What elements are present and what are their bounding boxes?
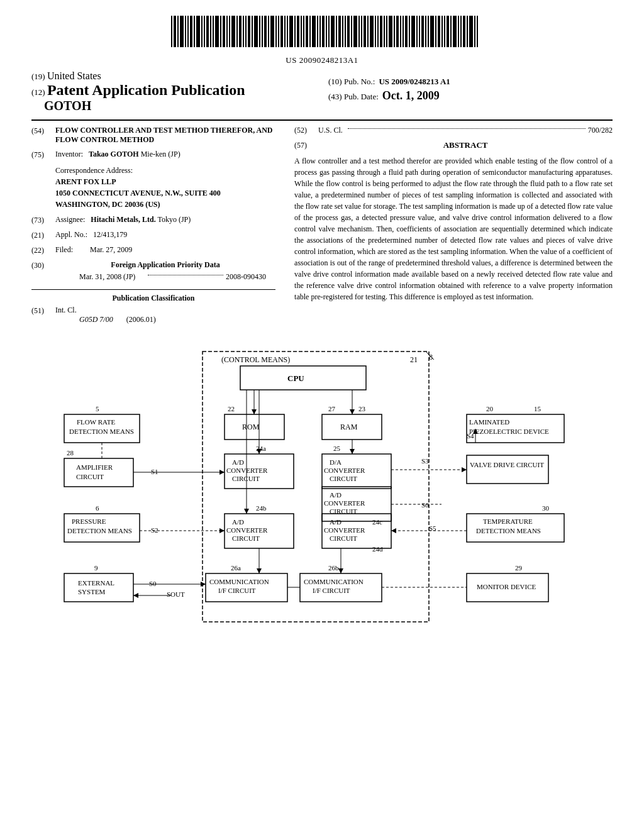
svg-marker-208	[244, 509, 249, 514]
svg-text:CPU: CPU	[287, 374, 304, 383]
svg-text:S2: S2	[151, 526, 158, 534]
svg-text:A/D: A/D	[330, 518, 341, 526]
svg-rect-43	[306, 16, 308, 47]
corr-label: Correspondence Address:	[55, 165, 275, 176]
filed-num: (22)	[31, 245, 55, 255]
int-cl-num: (51)	[31, 306, 55, 316]
svg-text:25: 25	[333, 445, 341, 452]
svg-rect-76	[411, 16, 415, 47]
svg-rect-6	[187, 16, 189, 47]
diagram-container: (CONTROL MEANS) 21 8 CPU ROM 22 RAM 27 2…	[31, 348, 613, 644]
svg-text:30: 30	[542, 504, 550, 512]
pub-num-label: (10) Pub. No.:	[328, 77, 375, 87]
int-cl-block: G05D 7/00 (2006.01)	[79, 315, 275, 324]
int-cl-field: (51) Int. Cl. G05D 7/00 (2006.01)	[31, 306, 275, 324]
svg-text:CIRCUIT: CIRCUIT	[232, 475, 260, 482]
svg-text:SOUT: SOUT	[167, 590, 185, 598]
svg-text:TEMPERATURE: TEMPERATURE	[483, 517, 533, 525]
svg-text:CONVERTER: CONVERTER	[324, 499, 365, 507]
svg-text:AMPLIFIER: AMPLIFIER	[76, 463, 113, 471]
svg-rect-60	[361, 16, 362, 47]
assignee-field: (73) Assignee: Hitachi Metals, Ltd. Toky…	[31, 215, 275, 225]
right-column: (52) U.S. Cl. 700/282 (57) ABSTRACT A fl…	[294, 126, 613, 329]
filed-content: Filed: Mar. 27, 2009	[55, 245, 275, 255]
svg-marker-212	[338, 568, 343, 573]
svg-text:21: 21	[410, 355, 418, 364]
svg-rect-22	[239, 16, 242, 47]
svg-rect-46	[317, 16, 318, 47]
svg-rect-37	[287, 16, 288, 47]
svg-marker-153	[219, 470, 225, 475]
abstract-section: (57) ABSTRACT A flow controller and a te…	[294, 140, 613, 302]
inventor-name: Takao GOTOH	[89, 150, 139, 158]
svg-text:FLOW RATE: FLOW RATE	[77, 418, 115, 426]
filed-value: Mar. 27, 2009	[90, 245, 132, 254]
svg-text:COMMUNICATION: COMMUNICATION	[304, 578, 364, 585]
svg-text:EXTERNAL: EXTERNAL	[78, 579, 114, 587]
barcode-area	[31, 13, 613, 53]
svg-rect-66	[380, 16, 382, 47]
svg-rect-73	[402, 16, 404, 47]
us-cl-row: (52) U.S. Cl. 700/282	[294, 126, 613, 135]
inventor-num: (75)	[31, 150, 55, 160]
svg-rect-80	[425, 16, 426, 47]
section-divider	[31, 289, 275, 290]
patent-page: US 20090248213A1 (19) United States (12)…	[0, 0, 644, 669]
svg-rect-10	[201, 16, 203, 47]
svg-marker-174	[133, 593, 138, 598]
svg-marker-108	[252, 409, 257, 414]
svg-text:S3: S3	[421, 457, 429, 465]
svg-rect-54	[342, 16, 343, 47]
svg-marker-172	[201, 582, 206, 587]
svg-rect-57	[351, 16, 352, 47]
svg-rect-40	[297, 16, 299, 47]
inventor-location: Mie-ken (JP)	[141, 150, 180, 158]
svg-rect-41	[301, 16, 302, 47]
barcode-image	[165, 13, 479, 50]
svg-text:A/D: A/D	[232, 518, 244, 526]
svg-rect-24	[245, 16, 247, 47]
svg-rect-51	[331, 16, 335, 47]
svg-rect-30	[264, 16, 267, 47]
svg-text:LAMINATED: LAMINATED	[469, 418, 509, 426]
inventor-field: (75) Inventor: Takao GOTOH Mie-ken (JP)	[31, 150, 275, 160]
int-cl-code: G05D 7/00	[79, 315, 113, 324]
pub-class-label: Publication Classification	[31, 294, 275, 303]
int-cl-year: (2006.01)	[126, 315, 156, 324]
svg-rect-27	[254, 16, 258, 47]
publication-number: US 20090248213A1	[31, 55, 613, 65]
svg-rect-34	[278, 16, 279, 47]
svg-rect-72	[400, 16, 401, 47]
main-divider	[31, 119, 613, 121]
main-content: (54) FLOW CONTROLLER AND TEST METHOD THE…	[31, 126, 613, 329]
svg-rect-85	[441, 16, 443, 47]
svg-rect-91	[460, 16, 462, 47]
svg-rect-67	[384, 16, 385, 47]
abstract-num: (57)	[294, 140, 318, 150]
svg-rect-17	[223, 16, 225, 47]
filed-field: (22) Filed: Mar. 27, 2009	[31, 245, 275, 255]
svg-text:CONVERTER: CONVERTER	[324, 467, 365, 474]
foreign-app-number: 2008-090430	[226, 272, 266, 282]
svg-rect-42	[303, 16, 304, 47]
svg-marker-160	[219, 528, 225, 533]
assignee-label: Assignee:	[55, 215, 85, 224]
svg-rect-8	[194, 16, 195, 47]
svg-rect-78	[419, 16, 420, 47]
us-cl-dots	[348, 128, 586, 129]
svg-text:CIRCUIT: CIRCUIT	[232, 534, 260, 542]
svg-rect-21	[236, 16, 238, 47]
foreign-date: Mar. 31, 2008	[79, 272, 123, 282]
inventor-content: Inventor: Takao GOTOH Mie-ken (JP)	[55, 150, 275, 159]
svg-rect-12	[206, 16, 209, 47]
doc-type-num: (12)	[31, 87, 45, 97]
abstract-text: A flow controller and a test method ther…	[294, 155, 613, 302]
foreign-app-content: Foreign Application Priority Data Mar. 3…	[55, 260, 275, 284]
svg-rect-16	[220, 16, 221, 47]
svg-text:24d: 24d	[372, 545, 383, 553]
svg-marker-121	[350, 449, 355, 454]
svg-rect-88	[450, 16, 452, 47]
svg-text:CIRCUIT: CIRCUIT	[76, 473, 104, 480]
svg-text:5: 5	[96, 405, 99, 412]
svg-text:20: 20	[486, 405, 494, 412]
